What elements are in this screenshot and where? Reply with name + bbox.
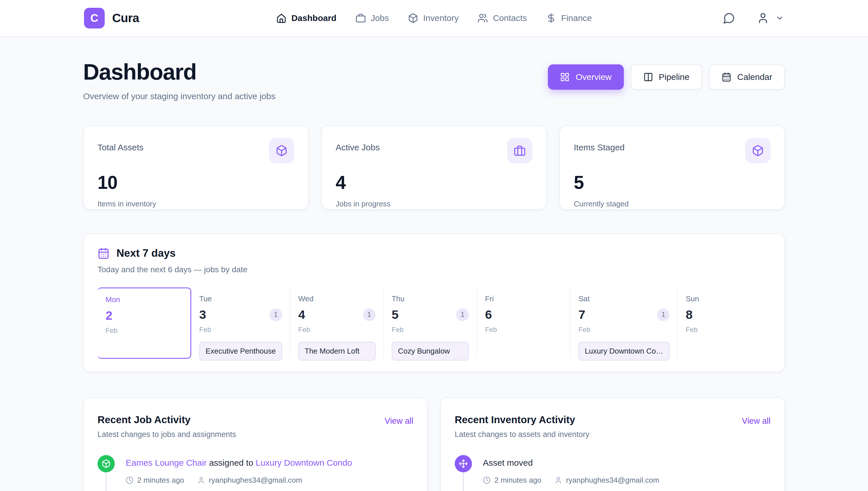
user-icon	[555, 476, 562, 484]
card-title: Recent Inventory Activity	[455, 414, 589, 426]
chat-button[interactable]	[723, 12, 735, 24]
day-number: 2	[106, 309, 112, 322]
brand-mark: C	[84, 8, 105, 28]
stat-label: Items Staged	[574, 143, 625, 152]
day-name: Thu	[392, 294, 477, 303]
card-subtitle: Latest changes to jobs and assignments	[97, 430, 236, 439]
account-menu[interactable]	[757, 12, 784, 24]
stat-caption: Currently staged	[574, 200, 771, 208]
brand-logo[interactable]: C Cura	[84, 8, 139, 28]
nav-item-dashboard[interactable]: Dashboard	[276, 13, 336, 23]
job-link[interactable]: Luxury Downtown Condo	[256, 458, 352, 467]
day-month: Feb	[685, 326, 771, 334]
recent-job-activity-card: Recent Job Activity Latest changes to jo…	[83, 397, 428, 491]
day-cell-wed[interactable]: Wed 4 1 Feb The Modern Loft	[290, 287, 383, 359]
nav-label: Jobs	[371, 13, 389, 23]
nav-item-contacts[interactable]: Contacts	[478, 13, 527, 23]
nav-item-jobs[interactable]: Jobs	[356, 13, 389, 23]
nav-label: Finance	[561, 13, 592, 23]
asset-link[interactable]: Eames Lounge Chair	[126, 458, 207, 467]
job-count-badge: 1	[456, 309, 469, 321]
view-all-link[interactable]: View all	[742, 416, 771, 426]
day-cell-fri[interactable]: Fri 6 Feb	[476, 287, 570, 359]
message-bubble-icon	[723, 12, 735, 24]
day-month: Feb	[485, 326, 570, 334]
next-7-days-panel: Next 7 days Today and the next 6 days — …	[83, 233, 785, 372]
day-name: Sat	[578, 294, 677, 303]
nav-label: Dashboard	[291, 13, 336, 23]
day-name: Wed	[298, 294, 383, 303]
stat-card-active-jobs: Active Jobs 4 Jobs in progress	[321, 125, 547, 210]
job-chip[interactable]: Luxury Downtown Co…	[578, 342, 670, 360]
card-title: Recent Job Activity	[97, 414, 236, 426]
day-month: Feb	[199, 326, 290, 334]
job-chip[interactable]: The Modern Loft	[298, 342, 375, 360]
job-chip[interactable]: Executive Penthouse	[199, 342, 282, 360]
button-label: Calendar	[737, 72, 772, 82]
package-icon	[269, 138, 294, 163]
user-email: ryanphughes34@gmail.com	[566, 476, 659, 485]
day-name: Sun	[685, 294, 771, 303]
list-item: Eames Lounge Chair assigned to Luxury Do…	[97, 455, 413, 491]
day-month: Feb	[298, 326, 383, 334]
stat-cards-row: Total Assets 10 Items in inventory Activ…	[83, 125, 785, 210]
job-activity-timeline: Eames Lounge Chair assigned to Luxury Do…	[97, 455, 413, 491]
main-content: Dashboard Overview of your staging inven…	[0, 37, 868, 491]
pipeline-button[interactable]: Pipeline	[631, 64, 702, 90]
week-strip: Mon 2 Feb Tue 3 1 Feb Executive Penthous…	[97, 287, 771, 359]
card-subtitle: Latest changes to assets and inventory	[455, 430, 589, 439]
view-toggle-group: Overview Pipeline Calendar	[548, 64, 785, 90]
day-cell-thu[interactable]: Thu 5 1 Feb Cozy Bungalow	[383, 287, 477, 359]
page-title: Dashboard	[83, 60, 276, 85]
nav-item-inventory[interactable]: Inventory	[408, 13, 458, 23]
briefcase-icon	[356, 13, 366, 23]
day-cell-tue[interactable]: Tue 3 1 Feb Executive Penthouse	[191, 287, 290, 359]
view-all-link[interactable]: View all	[385, 416, 413, 426]
day-cell-sun[interactable]: Sun 8 Feb	[677, 287, 771, 359]
main-nav: Dashboard Jobs Inventory Contacts Financ…	[276, 13, 592, 23]
calendar-icon	[722, 72, 731, 82]
user-email: ryanphughes34@gmail.com	[209, 476, 302, 485]
clock-icon	[126, 476, 134, 484]
day-number: 7	[578, 308, 585, 322]
user-icon	[757, 12, 769, 24]
grid-icon	[560, 72, 570, 82]
package-icon	[745, 138, 771, 163]
nav-item-finance[interactable]: Finance	[546, 13, 592, 23]
list-item: Asset moved 2 minutes ago ryanphughes34@…	[455, 455, 771, 491]
calendar-button[interactable]: Calendar	[709, 64, 785, 90]
stat-caption: Items in inventory	[97, 200, 294, 208]
day-name: Tue	[199, 294, 290, 303]
stat-label: Total Assets	[97, 143, 143, 152]
recent-inventory-activity-card: Recent Inventory Activity Latest changes…	[440, 397, 785, 491]
stat-label: Active Jobs	[336, 143, 380, 152]
stat-value: 10	[97, 172, 294, 193]
stat-card-items-staged: Items Staged 5 Currently staged	[559, 125, 785, 210]
page-header: Dashboard Overview of your staging inven…	[83, 60, 785, 101]
stat-card-total-assets: Total Assets 10 Items in inventory	[83, 125, 309, 210]
day-name: Mon	[106, 295, 190, 304]
dollar-icon	[546, 13, 556, 23]
day-number: 8	[685, 308, 693, 322]
stat-value: 4	[336, 172, 532, 193]
calendar-icon	[97, 247, 110, 259]
activity-text: assigned to	[207, 458, 256, 467]
button-label: Pipeline	[659, 72, 690, 82]
inventory-activity-timeline: Asset moved 2 minutes ago ryanphughes34@…	[455, 455, 771, 491]
day-cell-mon[interactable]: Mon 2 Feb	[97, 287, 191, 359]
brand-name: Cura	[112, 11, 139, 25]
top-nav-bar: C Cura Dashboard Jobs Inventory C	[0, 0, 868, 37]
nav-label: Inventory	[423, 13, 458, 23]
home-icon	[276, 13, 286, 23]
overview-button[interactable]: Overview	[548, 64, 623, 90]
panel-subtitle: Today and the next 6 days — jobs by date	[97, 265, 771, 274]
job-chip[interactable]: Cozy Bungalow	[392, 342, 469, 360]
stat-caption: Jobs in progress	[336, 200, 532, 208]
header-actions	[723, 12, 784, 24]
job-count-badge: 1	[363, 309, 375, 321]
day-number: 5	[392, 308, 399, 322]
user-icon	[197, 476, 205, 484]
day-cell-sat[interactable]: Sat 7 1 Feb Luxury Downtown Co…	[570, 287, 677, 359]
activity-text: Asset moved	[483, 458, 533, 467]
package-icon	[408, 13, 418, 23]
